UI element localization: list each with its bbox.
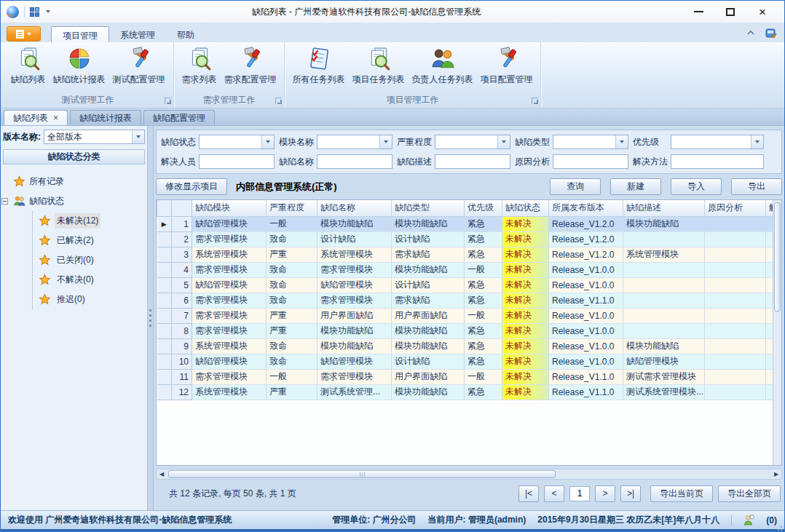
table-row[interactable]: 2 需求管理模块 致命 设计缺陷 设计缺陷 紧急 未解决 Release_V1.… <box>157 231 783 247</box>
filter-select[interactable] <box>553 135 628 149</box>
cell-name[interactable]: 测试系统管理... <box>317 384 392 400</box>
collapse-ribbon-icon[interactable] <box>746 30 755 36</box>
cell-status[interactable]: 未解决 <box>502 231 549 247</box>
cell-priority[interactable]: 紧急 <box>465 247 502 262</box>
cell-status[interactable]: 未解决 <box>502 308 549 323</box>
cell-name[interactable]: 模块功能缺陷 <box>317 323 392 338</box>
defect-list-button[interactable]: 缺陷列表 <box>7 43 50 87</box>
cell-name[interactable]: 缺陷管理模块 <box>317 277 392 293</box>
cell-analysis[interactable] <box>705 216 766 231</box>
cell-description[interactable]: 测试系统管理模块... <box>623 384 705 400</box>
cell-severity[interactable]: 一般 <box>267 216 317 231</box>
cell-module[interactable]: 需求管理模块 <box>192 293 267 308</box>
table-row[interactable]: 9 系统管理模块 致命 模块功能缺陷 模块功能缺陷 紧急 未解决 Release… <box>157 338 783 354</box>
chevron-down-icon[interactable] <box>261 135 274 148</box>
cell-priority[interactable]: 紧急 <box>465 293 502 308</box>
table-row[interactable]: 11 需求管理模块 一般 需求管理模块 用户界面缺陷 一般 未解决 Releas… <box>157 369 783 384</box>
tree-item-status[interactable]: 不解决(0) <box>39 270 145 290</box>
cell-version[interactable]: Release_V1.0.0 <box>549 354 623 369</box>
table-row[interactable]: 12 系统管理模块 严重 测试系统管理... 模块功能缺陷 紧急 未解决 Rel… <box>157 384 783 400</box>
layout-icon[interactable] <box>30 7 41 17</box>
cell-priority[interactable]: 一般 <box>465 369 502 384</box>
cell-name[interactable]: 模块功能缺陷 <box>317 338 392 354</box>
cell-type[interactable]: 需求缺陷 <box>392 247 465 262</box>
cell-severity[interactable]: 致命 <box>267 262 317 277</box>
cell-type[interactable]: 模块功能缺陷 <box>392 262 465 277</box>
chevron-down-icon[interactable] <box>615 135 628 148</box>
all-tasks-button[interactable]: 所有任务列表 <box>289 43 349 87</box>
grid-column-header[interactable]: 缺陷名称 <box>317 200 392 216</box>
cell-description[interactable]: 测试需求管理模块 <box>623 369 705 384</box>
cell-module[interactable]: 需求管理模块 <box>192 369 267 384</box>
last-page-button[interactable]: >| <box>620 485 641 502</box>
scroll-left-icon[interactable]: ◀ <box>157 469 167 479</box>
cell-analysis[interactable] <box>705 277 766 293</box>
cell-description[interactable] <box>623 277 705 293</box>
filter-input[interactable] <box>199 154 275 169</box>
cell-priority[interactable]: 一般 <box>465 262 502 277</box>
grid-column-header[interactable]: 缺陷描述 <box>623 200 705 216</box>
grid-column-header[interactable]: 缺陷模块 <box>192 200 267 216</box>
first-page-button[interactable]: |< <box>518 485 539 502</box>
tab-defect-report[interactable]: 缺陷统计报表 <box>70 110 141 125</box>
next-page-button[interactable]: > <box>595 485 615 502</box>
cell-module[interactable]: 需求管理模块 <box>192 308 267 323</box>
cell-name[interactable]: 系统管理模块 <box>317 247 392 262</box>
maximize-button[interactable] <box>714 2 746 21</box>
filter-input[interactable] <box>553 154 628 169</box>
vertical-scrollbar-thumb[interactable] <box>774 202 781 311</box>
cell-name[interactable]: 需求管理模块 <box>317 369 392 384</box>
resize-grip[interactable] <box>781 526 782 528</box>
dialog-launcher-icon[interactable] <box>165 98 171 104</box>
requirement-config-button[interactable]: 需求配置管理 <box>221 43 280 87</box>
version-combobox[interactable]: 全部版本 <box>44 130 145 144</box>
cell-name[interactable]: 需求管理模块 <box>317 262 392 277</box>
cell-module[interactable]: 需求管理模块 <box>192 231 267 247</box>
export-current-page-button[interactable]: 导出当前页 <box>650 485 713 502</box>
cell-type[interactable]: 需求缺陷 <box>392 293 465 308</box>
cell-version[interactable]: Release_V1.0.0 <box>549 338 623 354</box>
grid-column-header[interactable]: 优先级 <box>465 200 502 216</box>
cell-severity[interactable]: 致命 <box>267 354 317 369</box>
cell-type[interactable]: 用户界面缺陷 <box>392 308 465 323</box>
cell-priority[interactable]: 紧急 <box>465 354 502 369</box>
splitter-handle[interactable] <box>148 126 154 510</box>
toolbar-button[interactable]: 新建 <box>610 178 661 195</box>
cell-status[interactable]: 未解决 <box>502 384 549 400</box>
project-tasks-button[interactable]: 项目任务列表 <box>349 43 409 87</box>
filter-select[interactable] <box>435 135 510 149</box>
cell-version[interactable]: Release_V1.2.0 <box>549 231 623 247</box>
tree-item-status[interactable]: 未解决(12) <box>39 211 145 231</box>
cell-analysis[interactable] <box>705 369 766 384</box>
skin-style-icon[interactable] <box>765 27 777 39</box>
modify-columns-button[interactable]: 修改显示项目 <box>156 178 227 195</box>
horizontal-scrollbar[interactable]: ◀ ▶ <box>156 469 782 480</box>
cell-module[interactable]: 需求管理模块 <box>192 262 267 277</box>
table-row[interactable]: ▶ 1 缺陷管理模块 一般 模块功能缺陷 模块功能缺陷 紧急 未解决 Relea… <box>157 216 783 231</box>
cell-version[interactable]: Release_V1.0.0 <box>549 308 623 323</box>
horizontal-scrollbar-thumb[interactable] <box>168 470 556 478</box>
grid-column-header[interactable]: 所属发布版本 <box>549 200 623 216</box>
chevron-down-icon[interactable] <box>497 135 510 148</box>
filter-select[interactable] <box>199 135 275 149</box>
collapse-toggle-icon[interactable] <box>1 198 8 205</box>
cell-analysis[interactable] <box>705 231 766 247</box>
cell-type[interactable]: 模块功能缺陷 <box>392 323 465 338</box>
cell-severity[interactable]: 严重 <box>267 247 317 262</box>
ribbon-tab-project[interactable]: 项目管理 <box>51 26 109 42</box>
cell-analysis[interactable] <box>705 338 766 354</box>
cell-analysis[interactable] <box>705 308 766 323</box>
cell-type[interactable]: 模块功能缺陷 <box>392 338 465 354</box>
ribbon-tab-system[interactable]: 系统管理 <box>109 26 166 42</box>
cell-priority[interactable]: 紧急 <box>465 338 502 354</box>
cell-description[interactable] <box>623 231 705 247</box>
cell-priority[interactable]: 紧急 <box>465 277 502 293</box>
chevron-down-icon[interactable] <box>132 130 144 143</box>
cell-status[interactable]: 未解决 <box>502 216 549 231</box>
cell-module[interactable]: 系统管理模块 <box>192 338 267 354</box>
cell-version[interactable]: Release_V1.1.0 <box>549 384 623 400</box>
user-message-icon[interactable] <box>743 515 754 525</box>
cell-type[interactable]: 设计缺陷 <box>392 231 465 247</box>
cell-status[interactable]: 未解决 <box>502 262 549 277</box>
cell-analysis[interactable] <box>705 323 766 338</box>
